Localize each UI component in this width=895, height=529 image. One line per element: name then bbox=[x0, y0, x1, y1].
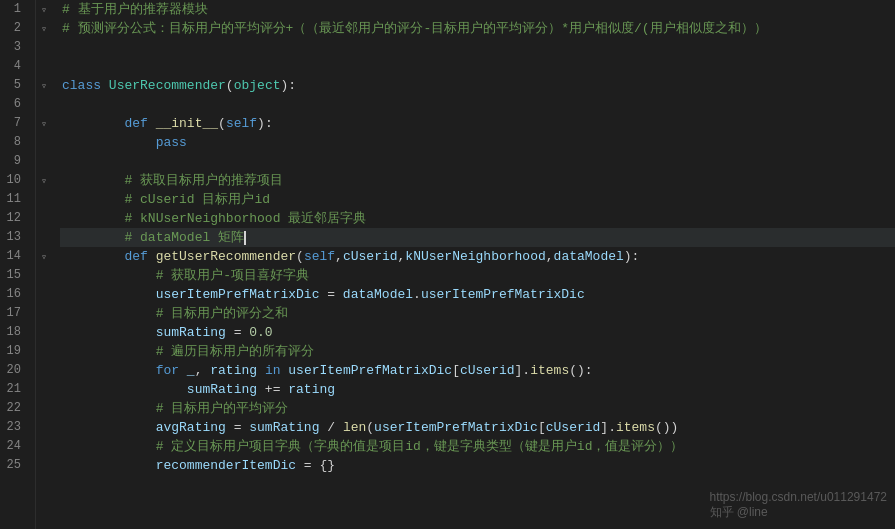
code-token: getUserRecommender bbox=[156, 247, 296, 266]
code-token: = bbox=[319, 285, 342, 304]
code-line-5: class UserRecommender(object): bbox=[60, 76, 895, 95]
code-token: def bbox=[124, 114, 147, 133]
code-line-9 bbox=[60, 152, 895, 171]
code-token: # 目标用户的评分之和 bbox=[156, 304, 289, 323]
code-token: cUserid bbox=[343, 247, 398, 266]
code-line-19: # 遍历目标用户的所有评分 bbox=[60, 342, 895, 361]
line-number-11: 11 bbox=[4, 190, 27, 209]
code-token: _ bbox=[187, 361, 195, 380]
code-token: , bbox=[546, 247, 554, 266]
code-token: ): bbox=[624, 247, 640, 266]
line-number-10: 10 bbox=[4, 171, 27, 190]
code-token bbox=[62, 266, 156, 285]
code-token bbox=[281, 361, 289, 380]
code-token: = bbox=[226, 418, 249, 437]
code-line-22: # 目标用户的平均评分 bbox=[60, 399, 895, 418]
fold-icon-15 bbox=[36, 266, 52, 285]
line-number-21: 21 bbox=[4, 380, 27, 399]
code-token: (): bbox=[569, 361, 592, 380]
code-token: # 获取用户-项目喜好字典 bbox=[156, 266, 309, 285]
code-token: object bbox=[234, 76, 281, 95]
code-token: ]. bbox=[600, 418, 616, 437]
code-line-3 bbox=[60, 38, 895, 57]
code-token bbox=[179, 361, 187, 380]
code-token bbox=[62, 418, 156, 437]
fold-icon-25 bbox=[36, 456, 52, 475]
code-area: 1234567891011121314151617181920212223242… bbox=[0, 0, 895, 529]
code-token: ( bbox=[226, 76, 234, 95]
code-token bbox=[62, 171, 124, 190]
code-token bbox=[257, 361, 265, 380]
code-token: # 获取目标用户的推荐项目 bbox=[124, 171, 283, 190]
code-token bbox=[62, 228, 124, 247]
line-number-15: 15 bbox=[4, 266, 27, 285]
fold-icon-10[interactable]: ▿ bbox=[36, 171, 52, 190]
code-token: , bbox=[398, 247, 406, 266]
line-number-22: 22 bbox=[4, 399, 27, 418]
line-number-20: 20 bbox=[4, 361, 27, 380]
code-line-25: recommenderItemDic = {} bbox=[60, 456, 895, 475]
fold-icon-20 bbox=[36, 361, 52, 380]
line-number-18: 18 bbox=[4, 323, 27, 342]
code-token: # 预测评分公式：目标用户的平均评分+（（最近邻用户的评分-目标用户的平均评分）… bbox=[62, 19, 767, 38]
code-token: # 定义目标用户项目字典（字典的值是项目id，键是字典类型（键是用户id，值是评… bbox=[156, 437, 684, 456]
fold-icon-17 bbox=[36, 304, 52, 323]
line-number-2: 2 bbox=[4, 19, 27, 38]
code-token: = {} bbox=[296, 456, 335, 475]
code-line-23: avgRating = sumRating / len(userItemPref… bbox=[60, 418, 895, 437]
line-number-16: 16 bbox=[4, 285, 27, 304]
fold-gutter[interactable]: ▿▿▿▿▿▿ bbox=[36, 0, 52, 529]
fold-icon-1[interactable]: ▿ bbox=[36, 0, 52, 19]
line-number-9: 9 bbox=[4, 152, 27, 171]
code-token: # dataModel 矩阵 bbox=[124, 228, 244, 247]
line-number-13: 13 bbox=[4, 228, 27, 247]
fold-icon-23 bbox=[36, 418, 52, 437]
code-token: rating bbox=[288, 380, 335, 399]
fold-icon-2[interactable]: ▿ bbox=[36, 19, 52, 38]
code-line-6 bbox=[60, 95, 895, 114]
code-line-7: def __init__(self): bbox=[60, 114, 895, 133]
code-line-15: # 获取用户-项目喜好字典 bbox=[60, 266, 895, 285]
fold-icon-5[interactable]: ▿ bbox=[36, 76, 52, 95]
fold-icon-4 bbox=[36, 57, 52, 76]
code-token bbox=[62, 456, 156, 475]
code-token: ): bbox=[280, 76, 296, 95]
fold-icon-7[interactable]: ▿ bbox=[36, 114, 52, 133]
line-number-8: 8 bbox=[4, 133, 27, 152]
code-token: ): bbox=[257, 114, 273, 133]
code-token: / bbox=[319, 418, 342, 437]
code-token: ( bbox=[366, 418, 374, 437]
code-token: class bbox=[62, 76, 101, 95]
code-line-8: pass bbox=[60, 133, 895, 152]
code-token: += bbox=[257, 380, 288, 399]
code-token: # 目标用户的平均评分 bbox=[156, 399, 289, 418]
fold-icon-9 bbox=[36, 152, 52, 171]
code-token: userItemPrefMatrixDic bbox=[288, 361, 452, 380]
code-content[interactable]: # 基于用户的推荐器模块# 预测评分公式：目标用户的平均评分+（（最近邻用户的评… bbox=[52, 0, 895, 529]
line-number-6: 6 bbox=[4, 95, 27, 114]
line-number-14: 14 bbox=[4, 247, 27, 266]
code-token: __init__ bbox=[156, 114, 218, 133]
fold-icon-8 bbox=[36, 133, 52, 152]
fold-icon-16 bbox=[36, 285, 52, 304]
code-token: kNUserNeighborhood bbox=[405, 247, 545, 266]
code-token: # 基于用户的推荐器模块 bbox=[62, 0, 208, 19]
line-number-5: 5 bbox=[4, 76, 27, 95]
code-token: items bbox=[530, 361, 569, 380]
code-token: sumRating bbox=[156, 323, 226, 342]
code-token: ( bbox=[218, 114, 226, 133]
code-token bbox=[62, 114, 124, 133]
code-token bbox=[62, 285, 156, 304]
code-token: userItemPrefMatrixDic bbox=[374, 418, 538, 437]
code-token: rating bbox=[210, 361, 257, 380]
line-number-23: 23 bbox=[4, 418, 27, 437]
code-editor: 1234567891011121314151617181920212223242… bbox=[0, 0, 895, 529]
code-token: ( bbox=[296, 247, 304, 266]
code-token bbox=[101, 76, 109, 95]
code-token: cUserid bbox=[460, 361, 515, 380]
code-token: len bbox=[343, 418, 366, 437]
code-token: cUserid bbox=[546, 418, 601, 437]
code-token bbox=[62, 399, 156, 418]
code-line-2: # 预测评分公式：目标用户的平均评分+（（最近邻用户的评分-目标用户的平均评分）… bbox=[60, 19, 895, 38]
fold-icon-14[interactable]: ▿ bbox=[36, 247, 52, 266]
